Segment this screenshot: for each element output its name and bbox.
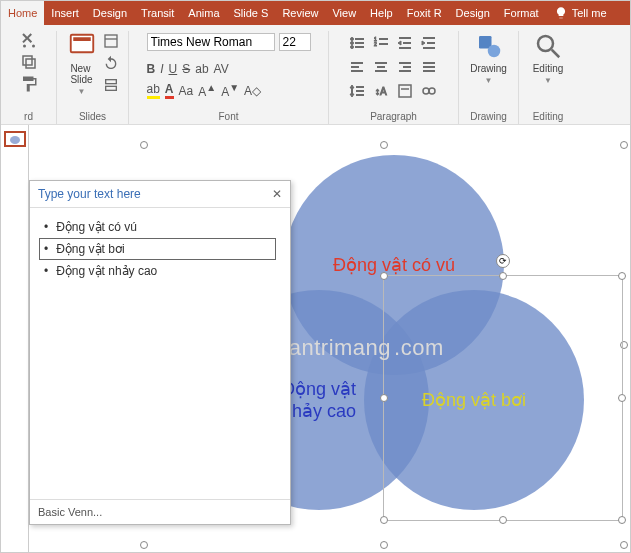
decrease-indent-button[interactable]	[395, 33, 415, 53]
svg-point-47	[538, 36, 553, 51]
text-direction-button[interactable]: ↕A	[371, 81, 391, 101]
tab-home[interactable]: Home	[1, 1, 44, 25]
chevron-down-icon: ▼	[78, 87, 86, 96]
text-pane-body[interactable]: Động vật có vú Động vật bơi Động vật nhả…	[30, 208, 290, 499]
bullets-button[interactable]	[347, 33, 367, 53]
copy-icon[interactable]	[20, 53, 38, 71]
align-text-button[interactable]	[395, 81, 415, 101]
svg-line-48	[552, 50, 560, 58]
group-slides-label: Slides	[79, 109, 106, 124]
svg-rect-1	[23, 56, 32, 65]
drawing-label: Drawing	[470, 63, 507, 74]
bold-button[interactable]: B	[147, 62, 156, 76]
clear-format-button[interactable]: A◇	[244, 84, 261, 98]
layout-icon[interactable]	[103, 33, 119, 49]
tell-me-label: Tell me	[572, 7, 607, 19]
smartart-text-pane[interactable]: Type your text here ✕ Động vật có vú Độn…	[29, 180, 291, 525]
new-slide-label: New Slide	[70, 63, 92, 85]
svg-rect-3	[73, 37, 91, 41]
svg-point-44	[429, 88, 435, 94]
svg-point-10	[350, 42, 353, 45]
format-painter-icon[interactable]	[20, 75, 38, 93]
text-pane-title: Type your text here	[38, 187, 141, 201]
bulb-icon	[554, 6, 568, 20]
drawing-icon	[474, 31, 504, 61]
tab-slideshow[interactable]: Slide S	[227, 1, 276, 25]
section-icon[interactable]	[103, 77, 119, 93]
font-name-input[interactable]	[147, 33, 275, 51]
svg-point-8	[350, 38, 353, 41]
drawing-button[interactable]: Drawing ▼	[470, 31, 507, 85]
svg-rect-7	[105, 86, 116, 90]
svg-rect-6	[105, 80, 116, 84]
list-item-text: Động vật bơi	[56, 242, 124, 256]
chevron-down-icon: ▼	[544, 76, 552, 85]
venn-label-1: Động vật có vú	[333, 254, 455, 276]
svg-rect-0	[26, 59, 35, 68]
group-font-label: Font	[218, 109, 238, 124]
editing-label: Editing	[533, 63, 564, 74]
slide-canvas[interactable]: Động vật có vú Động vật nhảy cao Động vậ…	[29, 125, 630, 553]
rotate-handle-icon[interactable]: ⟳	[496, 254, 510, 268]
tab-view[interactable]: View	[325, 1, 363, 25]
tab-design[interactable]: Design	[86, 1, 134, 25]
slide-thumbnails	[1, 125, 29, 553]
svg-text:↕A: ↕A	[375, 86, 387, 97]
smartart-button[interactable]	[419, 81, 439, 101]
tab-transitions[interactable]: Transit	[134, 1, 181, 25]
tell-me[interactable]: Tell me	[546, 1, 615, 25]
ribbon-tabs: Home Insert Design Transit Anima Slide S…	[1, 1, 630, 25]
underline-button[interactable]: U	[169, 62, 178, 76]
tab-animations[interactable]: Anima	[181, 1, 226, 25]
tab-foxit[interactable]: Foxit R	[400, 1, 449, 25]
list-item[interactable]: Động vật có vú	[44, 216, 276, 238]
list-item[interactable]: Động vật nhảy cao	[44, 260, 276, 282]
svg-rect-4	[105, 35, 117, 47]
tab-design2[interactable]: Design	[449, 1, 497, 25]
change-case-button[interactable]: Aa	[179, 84, 194, 98]
increase-indent-button[interactable]	[419, 33, 439, 53]
group-clipboard-label: rd	[24, 109, 33, 124]
ribbon: rd New Slide ▼ Slides B I	[1, 25, 630, 125]
slide-thumb-1[interactable]	[4, 131, 26, 147]
text-pane-footer: Basic Venn...	[30, 499, 290, 524]
tab-review[interactable]: Review	[275, 1, 325, 25]
tab-insert[interactable]: Insert	[44, 1, 86, 25]
new-slide-button[interactable]: New Slide ▼	[67, 31, 97, 96]
align-right-button[interactable]	[395, 57, 415, 77]
venn-label-2: Động vật nhảy cao	[282, 378, 356, 422]
grow-font-button[interactable]: A▲	[198, 82, 216, 99]
group-editing-label: Editing	[533, 109, 564, 124]
align-center-button[interactable]	[371, 57, 391, 77]
list-item-text: Động vật có vú	[56, 220, 137, 234]
highlight-button[interactable]: ab	[147, 82, 160, 99]
new-slide-icon	[67, 31, 97, 61]
svg-point-43	[423, 88, 429, 94]
cut-icon[interactable]	[20, 31, 38, 49]
shrink-font-button[interactable]: A▼	[221, 82, 239, 99]
group-drawing-label: Drawing	[470, 109, 507, 124]
svg-rect-41	[399, 85, 411, 97]
svg-text:2: 2	[374, 41, 377, 47]
strike-button[interactable]: S	[182, 62, 190, 76]
tab-format[interactable]: Format	[497, 1, 546, 25]
list-item[interactable]: Động vật bơi	[39, 238, 276, 260]
group-paragraph-label: Paragraph	[370, 109, 417, 124]
line-spacing-button[interactable]	[347, 81, 367, 101]
text-selection[interactable]: ⟳	[383, 275, 623, 521]
editing-button[interactable]: Editing ▼	[533, 31, 564, 85]
numbering-button[interactable]: 12	[371, 33, 391, 53]
svg-point-46	[487, 45, 500, 58]
work-area: Động vật có vú Động vật nhảy cao Động vậ…	[1, 125, 630, 553]
justify-button[interactable]	[419, 57, 439, 77]
list-item-text: Động vật nhảy cao	[56, 264, 157, 278]
shadow-button[interactable]: ab	[195, 62, 208, 76]
tab-help[interactable]: Help	[363, 1, 400, 25]
font-color-button[interactable]: A	[165, 82, 174, 99]
close-icon[interactable]: ✕	[272, 187, 282, 201]
char-spacing-button[interactable]: AV	[214, 62, 229, 76]
font-size-input[interactable]	[279, 33, 311, 51]
reset-icon[interactable]	[103, 55, 119, 71]
align-left-button[interactable]	[347, 57, 367, 77]
italic-button[interactable]: I	[160, 62, 163, 76]
